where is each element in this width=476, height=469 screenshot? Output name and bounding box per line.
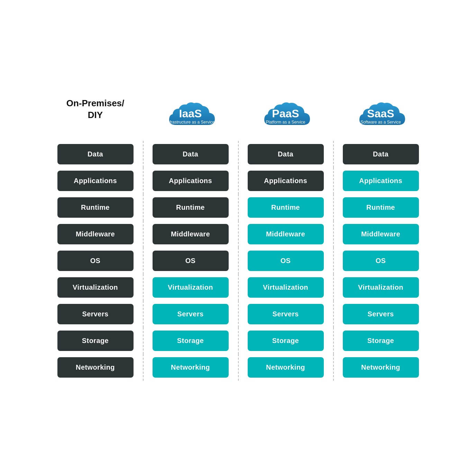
- grid-cell-os-col2: OS: [238, 251, 333, 271]
- grid-cell-servers-col1: Servers: [143, 304, 238, 324]
- iaas-cloud: IaaS Infrastructure as a Service: [163, 99, 218, 134]
- grid-cell-runtime-col0: Runtime: [48, 197, 143, 218]
- grid-cell-runtime-col3: Runtime: [333, 197, 428, 218]
- grid-cell-runtime-col2: Runtime: [238, 197, 333, 218]
- tile-middleware-col1: Middleware: [153, 224, 229, 244]
- grid-cell-networking-col1: Networking: [143, 357, 238, 378]
- grid-row-applications: ApplicationsApplicationsApplicationsAppl…: [48, 171, 428, 191]
- tile-middleware-col2: Middleware: [248, 224, 324, 244]
- grid-cell-storage-col3: Storage: [333, 331, 428, 351]
- tile-networking-col1: Networking: [153, 357, 229, 378]
- iaas-subtitle: Infrastructure as a Service: [166, 120, 214, 125]
- saas-subtitle: Software as a Service: [360, 120, 401, 125]
- col-header-iaas: IaaS Infrastructure as a Service: [143, 85, 238, 134]
- col-header-on-premises: On-Premises/ DIY: [48, 85, 143, 134]
- tile-networking-col3: Networking: [343, 357, 419, 378]
- tile-middleware-col3: Middleware: [343, 224, 419, 244]
- grid-cell-data-col1: Data: [143, 144, 238, 164]
- tile-storage-col1: Storage: [153, 331, 229, 351]
- header-row: On-Premises/ DIY IaaS Infrastructur: [48, 85, 428, 134]
- grid: DataDataDataDataApplicationsApplications…: [48, 144, 428, 384]
- tile-middleware-col0: Middleware: [57, 224, 134, 244]
- grid-row-servers: ServersServersServersServers: [48, 304, 428, 324]
- grid-cell-storage-col1: Storage: [143, 331, 238, 351]
- tile-virtualization-col3: Virtualization: [343, 277, 419, 298]
- grid-cell-applications-col3: Applications: [333, 171, 428, 191]
- grid-cell-os-col1: OS: [143, 251, 238, 271]
- grid-row-middleware: MiddlewareMiddlewareMiddlewareMiddleware: [48, 224, 428, 244]
- tile-applications-col1: Applications: [153, 171, 229, 191]
- grid-cell-middleware-col0: Middleware: [48, 224, 143, 244]
- col-header-saas: SaaS Software as a Service: [333, 85, 428, 134]
- grid-cell-applications-col1: Applications: [143, 171, 238, 191]
- on-premises-title: On-Premises/ DIY: [66, 98, 125, 121]
- grid-cell-os-col3: OS: [333, 251, 428, 271]
- tile-os-col0: OS: [57, 251, 134, 271]
- paas-cloud: PaaS Platform as a Service: [258, 99, 313, 134]
- tile-os-col3: OS: [343, 251, 419, 271]
- grid-cell-servers-col2: Servers: [238, 304, 333, 324]
- paas-title: PaaS: [266, 108, 305, 119]
- grid-row-data: DataDataDataData: [48, 144, 428, 164]
- grid-row-storage: StorageStorageStorageStorage: [48, 331, 428, 351]
- tile-servers-col3: Servers: [343, 304, 419, 324]
- tile-data-col1: Data: [153, 144, 229, 164]
- tile-applications-col2: Applications: [248, 171, 324, 191]
- saas-title: SaaS: [360, 108, 401, 119]
- grid-cell-middleware-col1: Middleware: [143, 224, 238, 244]
- tile-virtualization-col1: Virtualization: [153, 277, 229, 298]
- tile-applications-col3: Applications: [343, 171, 419, 191]
- grid-row-virtualization: VirtualizationVirtualizationVirtualizati…: [48, 277, 428, 298]
- tile-networking-col2: Networking: [248, 357, 324, 378]
- grid-row-os: OSOSOSOS: [48, 251, 428, 271]
- grid-cell-servers-col3: Servers: [333, 304, 428, 324]
- grid-cell-middleware-col2: Middleware: [238, 224, 333, 244]
- grid-cell-data-col3: Data: [333, 144, 428, 164]
- paas-subtitle: Platform as a Service: [266, 120, 305, 125]
- grid-cell-virtualization-col1: Virtualization: [143, 277, 238, 298]
- tile-servers-col2: Servers: [248, 304, 324, 324]
- grid-cell-data-col0: Data: [48, 144, 143, 164]
- grid-cell-virtualization-col3: Virtualization: [333, 277, 428, 298]
- grid-cell-os-col0: OS: [48, 251, 143, 271]
- grid-cell-servers-col0: Servers: [48, 304, 143, 324]
- tile-servers-col1: Servers: [153, 304, 229, 324]
- grid-cell-virtualization-col0: Virtualization: [48, 277, 143, 298]
- tile-data-col0: Data: [57, 144, 134, 164]
- saas-cloud: SaaS Software as a Service: [353, 99, 409, 134]
- grid-cell-applications-col0: Applications: [48, 171, 143, 191]
- grid-cell-networking-col0: Networking: [48, 357, 143, 378]
- grid-row-runtime: RuntimeRuntimeRuntimeRuntime: [48, 197, 428, 218]
- diagram: On-Premises/ DIY IaaS Infrastructur: [48, 71, 428, 398]
- grid-cell-middleware-col3: Middleware: [333, 224, 428, 244]
- tile-runtime-col3: Runtime: [343, 197, 419, 218]
- grid-cell-networking-col3: Networking: [333, 357, 428, 378]
- tile-servers-col0: Servers: [57, 304, 134, 324]
- grid-row-networking: NetworkingNetworkingNetworkingNetworking: [48, 357, 428, 378]
- tile-data-col2: Data: [248, 144, 324, 164]
- grid-cell-networking-col2: Networking: [238, 357, 333, 378]
- tile-virtualization-col0: Virtualization: [57, 277, 134, 298]
- tile-virtualization-col2: Virtualization: [248, 277, 324, 298]
- tile-storage-col2: Storage: [248, 331, 324, 351]
- tile-data-col3: Data: [343, 144, 419, 164]
- tile-storage-col0: Storage: [57, 331, 134, 351]
- tile-runtime-col0: Runtime: [57, 197, 134, 218]
- grid-cell-virtualization-col2: Virtualization: [238, 277, 333, 298]
- tile-networking-col0: Networking: [57, 357, 134, 378]
- tile-applications-col0: Applications: [57, 171, 134, 191]
- grid-cell-data-col2: Data: [238, 144, 333, 164]
- tile-runtime-col1: Runtime: [153, 197, 229, 218]
- grid-cell-storage-col2: Storage: [238, 331, 333, 351]
- grid-cell-runtime-col1: Runtime: [143, 197, 238, 218]
- tile-os-col1: OS: [153, 251, 229, 271]
- tile-storage-col3: Storage: [343, 331, 419, 351]
- col-header-paas: PaaS Platform as a Service: [238, 85, 333, 134]
- grid-cell-applications-col2: Applications: [238, 171, 333, 191]
- tile-runtime-col2: Runtime: [248, 197, 324, 218]
- grid-cell-storage-col0: Storage: [48, 331, 143, 351]
- iaas-title: IaaS: [166, 108, 214, 119]
- tile-os-col2: OS: [248, 251, 324, 271]
